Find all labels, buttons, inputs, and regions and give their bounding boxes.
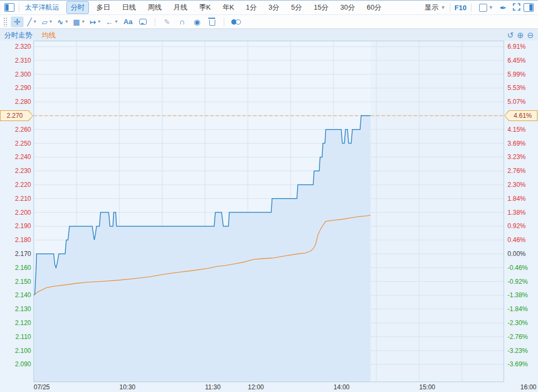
current-change-tag: 4.61% [504, 110, 537, 121]
display-dropdown[interactable]: 显示 ▼ [425, 3, 445, 12]
delete-tool-button[interactable] [206, 17, 218, 27]
compare-tool-button[interactable] [230, 17, 243, 27]
wave-icon [57, 18, 64, 26]
price-axis-label: 2.160 [0, 264, 31, 272]
price-axis-label: 2.110 [0, 333, 31, 341]
pattern-tool-button[interactable]: ▼ [72, 17, 86, 27]
price-axis-label: 2.120 [0, 319, 31, 327]
time-axis-label: 14:00 [334, 383, 350, 391]
price-axis-label: 2.140 [0, 291, 31, 299]
minute-chart-plot[interactable] [0, 41, 538, 392]
period-tab-3分[interactable]: 3分 [264, 1, 284, 14]
move-tool-button[interactable] [11, 17, 24, 27]
period-tab-30分[interactable]: 30分 [336, 1, 359, 14]
period-tab-分时[interactable]: 分时 [66, 1, 89, 14]
stock-name[interactable]: 太平洋航运 [25, 3, 59, 12]
measure-tool-button[interactable]: ▼ [89, 17, 103, 27]
drag-handle-icon[interactable] [3, 17, 7, 27]
current-change-value: 4.61% [504, 110, 537, 121]
chevron-down-icon: ▼ [81, 20, 86, 24]
price-axis-label: 2.210 [0, 195, 31, 202]
undo-icon[interactable]: ↺ [507, 31, 514, 39]
overlap-circles-icon [231, 19, 241, 25]
minute-chart-area[interactable]: 2.3202.3102.3002.2902.2802.2702.2602.250… [0, 41, 538, 392]
price-axis-label: 2.100 [0, 347, 31, 355]
layout-dropdown[interactable]: ▼ [479, 4, 494, 12]
current-price-value: 2.270 [0, 110, 33, 121]
percent-axis-label: -1.38% [507, 291, 528, 299]
percent-axis-label: 3.23% [507, 153, 526, 161]
time-axis-label: 10:30 [119, 383, 135, 391]
percent-axis-label: 5.53% [507, 84, 526, 92]
percent-axis-label: 0.46% [507, 236, 526, 244]
edit-tool-button[interactable] [161, 17, 173, 27]
period-tab-多日[interactable]: 多日 [92, 1, 115, 14]
drawing-toolbar: ▼ ▼ ▼ ▼ ▼ ▼ Aa [0, 15, 538, 29]
chevron-down-icon: ▼ [64, 20, 69, 24]
percent-axis-label: 1.38% [507, 209, 526, 216]
period-tab-周线[interactable]: 周线 [143, 1, 166, 14]
zoom-in-icon[interactable]: ⊕ [517, 31, 524, 39]
price-axis-label: 2.180 [0, 236, 31, 244]
price-axis-label: 2.300 [0, 71, 31, 78]
price-axis-label: 2.190 [0, 222, 31, 230]
price-axis-label: 2.150 [0, 278, 31, 285]
period-tabs: 分时多日日线周线月线季K年K1分3分5分15分30分60分 [65, 1, 387, 14]
trash-icon [209, 20, 215, 26]
chevron-down-icon: ▼ [441, 5, 445, 10]
square-icon [479, 4, 487, 12]
period-tab-1分[interactable]: 1分 [241, 1, 261, 14]
period-tab-15分[interactable]: 15分 [309, 1, 332, 14]
f10-button[interactable]: F10 [454, 4, 466, 12]
period-tab-日线[interactable]: 日线 [118, 1, 140, 14]
fullscreen-icon[interactable] [513, 3, 520, 12]
percent-axis-label: 0.92% [507, 222, 526, 230]
magnet-icon [179, 18, 185, 26]
panel-left-icon[interactable] [4, 3, 14, 12]
price-axis-label: 2.130 [0, 305, 31, 313]
magnet-tool-button[interactable] [176, 17, 188, 27]
chevron-down-icon: ▼ [49, 20, 53, 24]
separator [19, 3, 19, 12]
price-axis-label: 2.090 [0, 360, 31, 368]
chevron-down-icon: ▼ [97, 20, 101, 24]
period-tab-年K[interactable]: 年K [218, 1, 239, 14]
text-tool-button[interactable]: Aa [122, 17, 134, 27]
polygon-tool-button[interactable]: ▼ [41, 17, 54, 27]
price-axis-label: 2.170 [0, 250, 31, 258]
percent-axis-label: 6.91% [507, 43, 526, 50]
line-tool-button[interactable]: ▼ [26, 17, 39, 27]
visibility-tool-button[interactable] [191, 17, 203, 27]
display-label: 显示 [425, 3, 438, 12]
speech-bubble-icon [139, 19, 147, 25]
time-axis-label: 07/25 [34, 383, 50, 391]
arrow-tool-button[interactable]: ▼ [104, 17, 119, 27]
percent-axis-label: -2.30% [507, 319, 528, 327]
price-axis-label: 2.260 [0, 126, 31, 133]
panel-left-fill [5, 4, 9, 11]
price-axis-label: 2.290 [0, 84, 31, 92]
grid-chart-icon [73, 18, 80, 26]
chevron-down-icon: ▼ [114, 20, 118, 24]
price-axis-label: 2.220 [0, 181, 31, 189]
time-axis-label: 12:00 [248, 383, 264, 391]
panel-right-icon[interactable] [524, 3, 534, 12]
tab-moving-average[interactable]: 均线 [42, 31, 56, 40]
comment-tool-button[interactable] [137, 17, 149, 27]
tab-minute-trend[interactable]: 分时走势 [4, 31, 32, 40]
time-axis-label: 11:30 [205, 383, 221, 391]
percent-axis-label: 5.99% [507, 71, 526, 78]
period-tab-60分[interactable]: 60分 [362, 1, 385, 14]
chevron-down-icon: ▼ [489, 5, 494, 10]
pencil-icon [164, 18, 170, 26]
zoom-out-icon[interactable]: ⊖ [527, 31, 534, 39]
price-axis-label: 2.280 [0, 98, 31, 105]
wave-tool-button[interactable]: ▼ [56, 17, 70, 27]
brush-icon[interactable]: ✒ [499, 4, 506, 12]
period-tab-5分[interactable]: 5分 [287, 1, 306, 14]
period-tab-月线[interactable]: 月线 [169, 1, 192, 14]
price-axis-label: 2.250 [0, 140, 31, 147]
percent-axis-label: 2.30% [507, 181, 526, 189]
period-tab-季K[interactable]: 季K [195, 1, 215, 14]
percent-axis-label: -1.84% [507, 305, 528, 313]
